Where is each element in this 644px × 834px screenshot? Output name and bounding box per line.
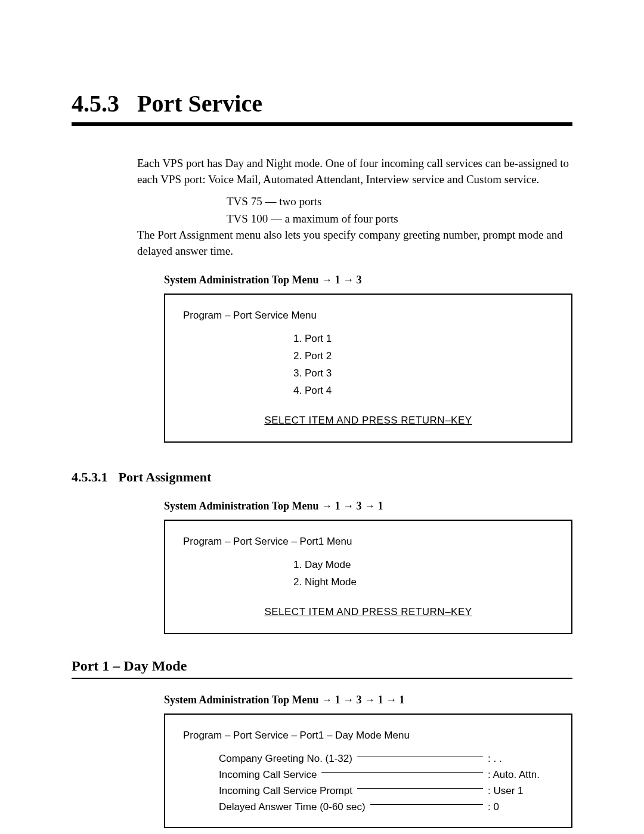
menu3-header: Program – Port Service – Port1 – Day Mod… [183, 730, 553, 742]
setting-line [370, 804, 483, 805]
setting-label: Company Greeting No. (1-32) [219, 750, 352, 767]
tvs-lines: TVS 75 — two ports TVS 100 — a maximum o… [227, 193, 572, 227]
setting-label: Incoming Call Service [219, 767, 317, 783]
menu1-footer: SELECT ITEM AND PRESS RETURN–KEY [183, 415, 553, 427]
menu1-header: Program – Port Service Menu [183, 310, 553, 322]
setting-value: : . . [488, 750, 553, 767]
subsection-heading: 4.5.3.1 Port Assignment [72, 469, 572, 485]
menu1-box: Program – Port Service Menu 1. Port 1 2.… [164, 294, 572, 443]
menu3-path: System Administration Top Menu → 1 → 3 →… [164, 694, 572, 706]
setting-row: Company Greeting No. (1-32) : . . [219, 750, 553, 767]
subsection-title-text: Port Assignment [119, 469, 212, 485]
intro-paragraph-1: Each VPS port has Day and Night mode. On… [137, 156, 572, 187]
tvs-line-2: TVS 100 — a maximum of four ports [227, 211, 572, 228]
tvs-line-1: TVS 75 — two ports [227, 193, 572, 211]
menu2-footer: SELECT ITEM AND PRESS RETURN–KEY [183, 606, 553, 618]
intro-paragraph-2: The Port Assignment menu also lets you s… [137, 227, 572, 259]
setting-line [321, 772, 483, 773]
menu2-header: Program – Port Service – Port1 Menu [183, 536, 553, 548]
menu3-settings: Company Greeting No. (1-32) : . . Incomi… [219, 750, 553, 816]
menu2-item: 2. Night Mode [293, 574, 553, 591]
setting-line [357, 756, 483, 756]
section-number: 4.5.3 [72, 89, 119, 118]
menu2-box: Program – Port Service – Port1 Menu 1. D… [164, 520, 572, 634]
setting-row: Incoming Call Service : Auto. Attn. [219, 767, 553, 783]
subsection-number: 4.5.3.1 [72, 469, 108, 485]
setting-row: Incoming Call Service Prompt : User 1 [219, 783, 553, 799]
menu1-path: System Administration Top Menu → 1 → 3 [164, 274, 572, 286]
menu3-box: Program – Port Service – Port1 – Day Mod… [164, 713, 572, 829]
setting-value: : Auto. Attn. [488, 767, 553, 783]
menu2-path: System Administration Top Menu → 1 → 3 →… [164, 500, 572, 512]
menu2-items: 1. Day Mode 2. Night Mode [293, 557, 553, 591]
setting-label: Delayed Answer Time (0-60 sec) [219, 799, 366, 815]
section-heading: 4.5.3 Port Service [72, 89, 572, 126]
setting-value: : User 1 [488, 783, 553, 799]
setting-row: Delayed Answer Time (0-60 sec) : 0 [219, 799, 553, 815]
menu1-items: 1. Port 1 2. Port 2 3. Port 3 4. Port 4 [293, 330, 553, 400]
setting-value: : 0 [488, 799, 553, 815]
menu1-item: 1. Port 1 [293, 330, 553, 348]
menu2-item: 1. Day Mode [293, 557, 553, 574]
menu1-item: 2. Port 2 [293, 348, 553, 365]
setting-line [357, 788, 483, 789]
menu1-item: 4. Port 4 [293, 382, 553, 400]
setting-label: Incoming Call Service Prompt [219, 783, 352, 799]
section-title-text: Port Service [137, 89, 262, 118]
menu1-item: 3. Port 3 [293, 365, 553, 382]
port-mode-title: Port 1 – Day Mode [72, 658, 572, 679]
